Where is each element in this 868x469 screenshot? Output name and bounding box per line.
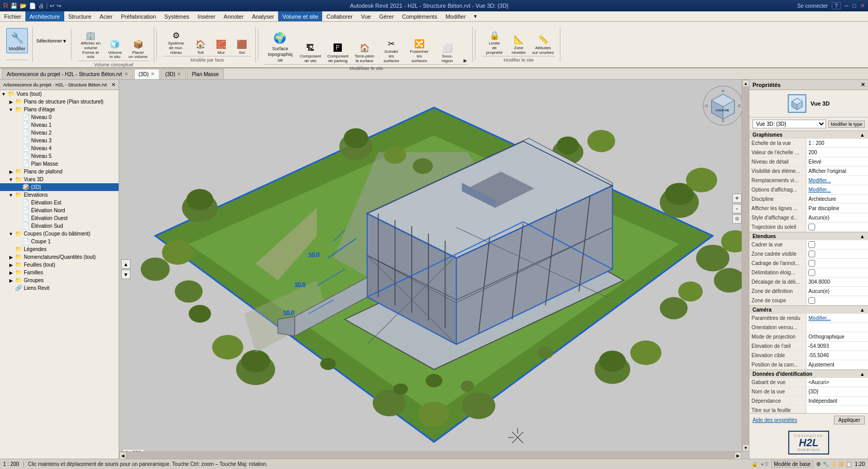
ribbon-btn-afficher-volume[interactable]: 🏢 Afficher en volumeForme et sols <box>78 28 104 61</box>
tree-item-vues-tout[interactable]: ▼📁Vues (tout) <box>0 90 119 98</box>
tree-item-niveau-1[interactable]: 📄Niveau 1 <box>0 121 119 129</box>
navcube[interactable]: N S O E GAUCHE <box>702 85 744 126</box>
vscroll-down[interactable]: ▼ <box>742 444 749 451</box>
tree-toggle[interactable]: ▶ <box>7 262 15 268</box>
tree-item-niveau-2[interactable]: 📄Niveau 2 <box>0 129 119 137</box>
tree-item-elevations[interactable]: ▼📁Elevations <box>0 191 119 199</box>
tb-undo-icon[interactable]: ↩ <box>50 3 54 9</box>
help-link[interactable]: Aide des propriétés <box>753 417 797 423</box>
tree-toggle[interactable]: ▶ <box>7 270 15 275</box>
tree-item-plans-structure[interactable]: ▶📁Plans de structure (Plan structurel) <box>0 98 119 106</box>
viewport-hscroll[interactable]: ◀ ▶ <box>119 451 742 459</box>
tree-item-coupe-1[interactable]: 📄Coupe 1 <box>0 238 119 245</box>
ribbon-btn-altitudes[interactable]: 📏 Altitudessur courbes <box>530 33 556 56</box>
tb-new-icon[interactable]: 📄 <box>29 3 36 9</box>
tree-item-niveau-3[interactable]: 📄Niveau 3 <box>0 137 119 144</box>
left-panel-close[interactable]: ✕ <box>111 82 115 87</box>
menu-annoter[interactable]: Annoter <box>220 11 248 21</box>
menu-gerer[interactable]: Gérer <box>375 11 398 21</box>
menu-acier[interactable]: Acier <box>95 11 117 21</box>
tb-print-icon[interactable]: 🖨 <box>38 3 44 9</box>
ribbon-btn-composant-site[interactable]: 🏗 Composantde site <box>298 41 323 65</box>
hscroll-right[interactable]: ▶ <box>734 452 742 459</box>
tree-item-elev-nord[interactable]: 📄Élévation Nord <box>0 207 119 214</box>
props-section-header[interactable]: Données d'identification▲ <box>749 370 868 378</box>
ribbon-btn-terre-plein[interactable]: 🏠 Terre-pleinla surface <box>353 41 377 65</box>
tree-item-feuilles[interactable]: ▶📁Feuilles (tout) <box>0 261 119 269</box>
tree-item-vues-3d[interactable]: ▼📁Vues 3D <box>0 175 119 183</box>
tab-3d-1[interactable]: (3D) ✕ <box>134 69 160 79</box>
tree-item-niveau-0[interactable]: 📄Niveau 0 <box>0 113 119 121</box>
vp-ctrl-up[interactable]: ▲ <box>121 259 131 269</box>
vp-ctrl-zoom-in[interactable]: + <box>732 194 742 203</box>
props-row-value[interactable] <box>806 223 868 231</box>
connect-btn[interactable]: Se connecter <box>797 3 828 9</box>
right-panel-close[interactable]: ✕ <box>861 82 865 87</box>
props-checkbox[interactable] <box>808 260 815 267</box>
ribbon-btn-select[interactable]: Sélectionner ▾ <box>34 36 69 46</box>
props-checkbox[interactable] <box>808 224 815 230</box>
tab-project-tree-close[interactable]: ✕ <box>124 71 128 77</box>
menu-vue[interactable]: Vue <box>357 11 375 21</box>
tab-3d-1-close[interactable]: ✕ <box>151 71 155 77</box>
tree-item-plan-masse[interactable]: 📄Plan Masse <box>0 160 119 168</box>
tb-redo-icon[interactable]: ↪ <box>56 3 61 9</box>
viewport[interactable]: 10.0 10.0 10.0 N S O E <box>119 80 749 459</box>
props-checkbox[interactable] <box>808 241 815 248</box>
menu-architecture[interactable]: Architecture <box>25 11 64 21</box>
tree-item-plans-plafond[interactable]: ▶📁Plans de plafond <box>0 168 119 175</box>
vp-ctrl-fit[interactable]: ⊡ <box>732 214 742 224</box>
menu-inserer[interactable]: Insérer <box>194 11 220 21</box>
tree-item-familles[interactable]: ▶📁Familles <box>0 269 119 276</box>
tab-project-tree[interactable]: Arborescence du projet - H2L - Structure… <box>2 69 133 79</box>
tree-item-elev-sud[interactable]: 📄Élévation Sud <box>0 222 119 230</box>
menu-analyser[interactable]: Analyser <box>248 11 278 21</box>
ribbon-btn-composant-parking[interactable]: 🅿 Composantde parking <box>325 41 351 65</box>
tree-toggle[interactable]: ▼ <box>7 107 15 112</box>
menu-modifier[interactable]: Modifier <box>441 11 470 21</box>
tree-item-elev-est[interactable]: 📄Élévation Est <box>0 199 119 207</box>
menu-more[interactable]: ▾ <box>470 11 481 21</box>
menu-volume-site[interactable]: Volume et site <box>278 11 322 21</box>
tree-toggle[interactable]: ▶ <box>7 255 15 260</box>
ribbon-btn-scinder[interactable]: ✂ Scinderles surfaces <box>379 36 404 64</box>
tree-item-elev-ouest[interactable]: 📄Élévation Ouest <box>0 214 119 222</box>
props-row-value[interactable] <box>806 296 868 305</box>
ribbon-btn-toit[interactable]: 🏠 Toit <box>191 37 210 56</box>
hscroll-thumb[interactable] <box>126 452 734 459</box>
tree-item-nomenclatures[interactable]: ▶📁Nomenclatures/Quantités (tout) <box>0 253 119 261</box>
modele-site-more[interactable]: ▶ <box>462 57 468 64</box>
props-section-header[interactable]: Caméra▲ <box>749 306 868 314</box>
tree-toggle[interactable]: ▼ <box>7 231 15 237</box>
ribbon-btn-mur-rideau[interactable]: ⚙ Systèmede mur-rideau <box>163 28 189 56</box>
hscroll-left[interactable]: ◀ <box>119 452 126 459</box>
tree-toggle[interactable]: ▶ <box>7 169 15 174</box>
ribbon-btn-limite[interactable]: 🔒 Limitede propriété <box>482 28 508 56</box>
close-btn[interactable]: ✕ <box>860 3 865 9</box>
props-section-header[interactable]: Graphismes▲ <box>749 131 868 139</box>
props-row-value[interactable] <box>806 250 868 258</box>
tab-3d-2-close[interactable]: ✕ <box>177 71 181 77</box>
tree-item-plans-etage[interactable]: ▼📁Plans d'étage <box>0 106 119 113</box>
edit-type-btn[interactable]: Modifier le type <box>828 121 865 128</box>
tree-toggle[interactable]: ▶ <box>7 99 15 105</box>
ribbon-btn-sous-region[interactable]: ⬜ Sous-région <box>435 41 460 65</box>
tree-item-legendes[interactable]: 📁Légendes <box>0 245 119 253</box>
props-row-value[interactable]: Modifier... <box>806 185 868 194</box>
props-checkbox[interactable] <box>808 297 815 304</box>
props-row-value[interactable] <box>806 240 868 249</box>
tree-toggle[interactable]: ▼ <box>7 177 15 182</box>
maximize-btn[interactable]: □ <box>852 3 856 9</box>
viewport-vscroll[interactable]: ▲ ▼ <box>742 80 749 451</box>
props-scroll[interactable]: Graphismes▲Echelle de la vue1 : 200Valeu… <box>749 131 868 413</box>
props-row-value[interactable] <box>806 268 868 277</box>
tree-item-3d[interactable]: 🎲{3D} <box>0 183 119 191</box>
tree-toggle[interactable]: ▼ <box>0 92 7 97</box>
ribbon-btn-mur[interactable]: 🧱 Mur <box>212 37 230 56</box>
vscroll-thumb[interactable] <box>742 87 749 444</box>
tab-3d-2[interactable]: (3D) ✕ <box>161 69 186 79</box>
tab-plan-masse[interactable]: Plan Masse <box>187 69 223 79</box>
tb-save-icon[interactable]: 💾 <box>10 3 18 9</box>
tree-item-groupes[interactable]: ▶📁Groupes <box>0 276 119 284</box>
ribbon-btn-placer-volume[interactable]: 📦 Placerun volume <box>126 37 150 61</box>
